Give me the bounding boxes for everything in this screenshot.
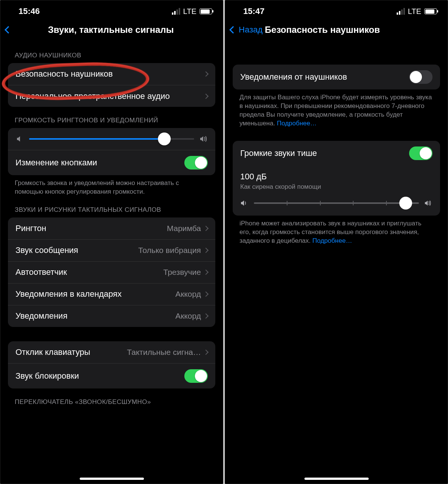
section-header-volume: ГРОМКОСТЬ РИНГТОНОВ И УВЕДОМЛЕНИЙ <box>0 107 223 128</box>
speaker-high-icon <box>424 199 433 207</box>
section-header-headphones: АУДИО НАУШНИКОВ <box>0 42 223 63</box>
row-ringtone[interactable]: Рингтон Маримба <box>8 217 215 239</box>
footer-text: Для защиты Вашего слуха iPhone будет изм… <box>239 94 432 127</box>
status-bar: 15:47 LTE <box>225 0 448 22</box>
page-title: Звуки, тактильные сигналы <box>13 25 218 35</box>
section-header-sounds: ЗВУКИ И РИСУНКИ ТАКТИЛЬНЫХ СИГНАЛОВ <box>0 196 223 217</box>
row-label: Рингтон <box>15 224 167 233</box>
row-label: Безопасность наушников <box>15 69 204 79</box>
row-value: Аккорд <box>175 290 201 299</box>
decibel-slider[interactable] <box>233 192 440 216</box>
nav-bar: Назад Безопасность наушников <box>225 22 448 42</box>
row-label: Изменение кнопками <box>15 158 184 168</box>
row-headphone-safety[interactable]: Безопасность наушников <box>8 63 215 85</box>
learn-more-link[interactable]: Подробнее… <box>277 120 317 127</box>
row-value: Маримба <box>167 224 201 233</box>
home-indicator[interactable] <box>80 478 144 480</box>
learn-more-link[interactable]: Подробнее… <box>312 237 352 244</box>
decibel-value: 100 дБ <box>240 172 433 182</box>
group-headphones: Безопасность наушников Персональное прос… <box>8 63 215 107</box>
row-calendar-alerts[interactable]: Уведомления в календарях Аккорд <box>8 283 215 305</box>
chevron-left-icon <box>5 26 12 34</box>
network-label: LTE <box>183 7 196 16</box>
status-bar: 15:46 LTE <box>0 0 223 22</box>
toggle-change-buttons[interactable] <box>184 156 208 170</box>
row-headphone-notifications[interactable]: Уведомления от наушников <box>233 65 440 89</box>
home-indicator[interactable] <box>304 478 369 480</box>
section-header-switch: ПЕРЕКЛЮЧАТЕЛЬ «ЗВОНОК/БЕСШУМНО» <box>0 388 223 407</box>
chevron-right-icon <box>203 313 209 319</box>
row-label: Персональное пространственное аудио <box>15 91 204 101</box>
screen-headphone-safety: 15:47 LTE Назад Безопасность наушников У… <box>225 0 448 484</box>
row-voicemail[interactable]: Автоответчик Трезвучие <box>8 261 215 283</box>
decibel-display: 100 дБ Как сирена скорой помощи <box>233 166 440 192</box>
status-right: LTE <box>172 7 212 16</box>
screen-sounds: 15:46 LTE Звуки, тактильные сигналы АУДИ… <box>0 0 223 484</box>
footer-reduce-loud: iPhone может анализировать звук в наушни… <box>225 216 448 245</box>
group-reduce-loud: Громкие звуки тише 100 дБ Как сирена ско… <box>233 141 440 216</box>
speaker-low-icon <box>240 199 249 207</box>
chevron-right-icon <box>203 93 209 99</box>
row-label: Звук сообщения <box>15 245 138 255</box>
battery-icon <box>199 8 212 14</box>
row-value: Трезвучие <box>163 268 201 277</box>
toggle-headphone-notifications[interactable] <box>409 70 433 84</box>
status-right: LTE <box>397 7 437 16</box>
row-value: Аккорд <box>175 311 201 321</box>
toggle-reduce-loud[interactable] <box>409 146 433 160</box>
row-text-tone[interactable]: Звук сообщения Только вибрация <box>8 239 215 261</box>
group-misc: Отклик клавиатуры Тактильные сигна… Звук… <box>8 341 215 388</box>
speaker-low-icon <box>15 135 24 143</box>
decibel-description: Как сирена скорой помощи <box>240 183 433 191</box>
row-notifications[interactable]: Уведомления Аккорд <box>8 305 215 327</box>
row-label: Звук блокировки <box>15 371 184 381</box>
chevron-right-icon <box>203 350 209 355</box>
group-volume: Изменение кнопками <box>8 128 215 175</box>
row-spatial-audio[interactable]: Персональное пространственное аудио <box>8 85 215 107</box>
row-change-with-buttons[interactable]: Изменение кнопками <box>8 150 215 175</box>
chevron-right-icon <box>203 248 209 253</box>
footer-headphone-notifications: Для защиты Вашего слуха iPhone будет изм… <box>225 89 448 128</box>
cellular-icon <box>397 8 405 15</box>
chevron-right-icon <box>203 71 209 77</box>
nav-bar: Звуки, тактильные сигналы <box>0 22 223 42</box>
row-label: Автоответчик <box>15 267 163 277</box>
row-label: Уведомления от наушников <box>240 72 409 82</box>
back-button[interactable]: Назад <box>230 25 263 35</box>
chevron-right-icon <box>203 291 209 297</box>
row-label: Отклик клавиатуры <box>15 347 127 357</box>
row-value: Тактильные сигна… <box>127 348 201 357</box>
row-value: Только вибрация <box>138 246 201 255</box>
page-title: Безопасность наушников <box>263 25 442 35</box>
back-label: Назад <box>239 25 263 35</box>
back-button[interactable] <box>6 27 13 32</box>
row-lock-sound[interactable]: Звук блокировки <box>8 363 215 388</box>
chevron-right-icon <box>203 270 209 275</box>
group-sounds: Рингтон Маримба Звук сообщения Только ви… <box>8 217 215 327</box>
row-reduce-loud-sounds[interactable]: Громкие звуки тише <box>233 141 440 166</box>
group-headphone-notifications: Уведомления от наушников <box>233 65 440 89</box>
row-label: Уведомления <box>15 311 175 321</box>
chevron-left-icon <box>229 26 237 34</box>
ringer-volume-slider[interactable] <box>8 128 215 150</box>
status-time: 15:46 <box>19 6 40 16</box>
status-time: 15:47 <box>243 6 264 16</box>
speaker-high-icon <box>199 135 208 143</box>
footer-volume: Громкость звонка и уведомлений можно нас… <box>0 175 223 196</box>
cellular-icon <box>172 8 180 15</box>
toggle-lock-sound[interactable] <box>184 369 208 383</box>
battery-icon <box>424 8 437 14</box>
network-label: LTE <box>408 7 421 16</box>
chevron-right-icon <box>203 226 209 231</box>
row-keyboard-feedback[interactable]: Отклик клавиатуры Тактильные сигна… <box>8 341 215 363</box>
row-label: Уведомления в календарях <box>15 289 175 299</box>
row-label: Громкие звуки тише <box>240 148 409 158</box>
